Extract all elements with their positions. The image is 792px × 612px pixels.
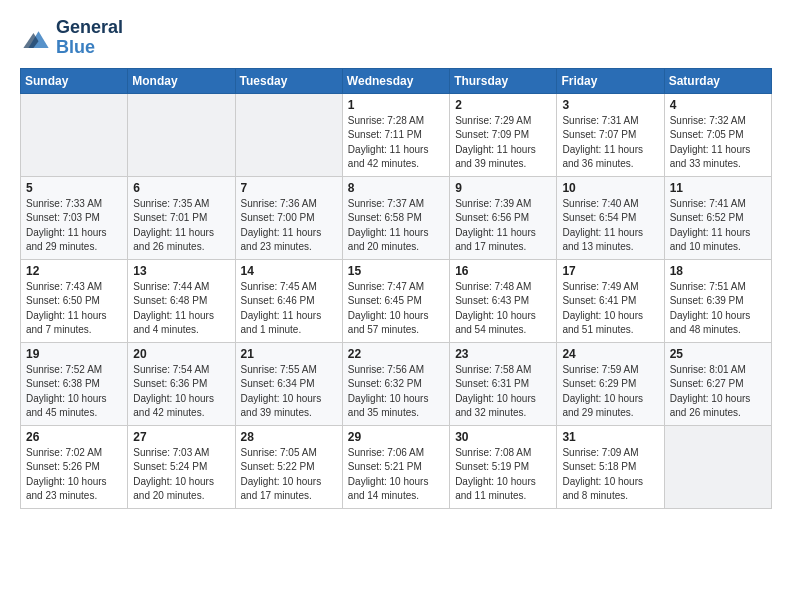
day-info: Sunrise: 7:35 AM Sunset: 7:01 PM Dayligh… xyxy=(133,197,230,255)
day-info: Sunrise: 8:01 AM Sunset: 6:27 PM Dayligh… xyxy=(670,363,767,421)
calendar-cell: 12Sunrise: 7:43 AM Sunset: 6:50 PM Dayli… xyxy=(21,259,128,342)
week-row-5: 26Sunrise: 7:02 AM Sunset: 5:26 PM Dayli… xyxy=(21,425,772,508)
day-number: 23 xyxy=(455,347,552,361)
calendar-cell: 9Sunrise: 7:39 AM Sunset: 6:56 PM Daylig… xyxy=(450,176,557,259)
day-number: 24 xyxy=(562,347,659,361)
day-number: 17 xyxy=(562,264,659,278)
calendar-cell: 15Sunrise: 7:47 AM Sunset: 6:45 PM Dayli… xyxy=(342,259,449,342)
day-info: Sunrise: 7:45 AM Sunset: 6:46 PM Dayligh… xyxy=(241,280,338,338)
day-info: Sunrise: 7:41 AM Sunset: 6:52 PM Dayligh… xyxy=(670,197,767,255)
calendar-cell: 26Sunrise: 7:02 AM Sunset: 5:26 PM Dayli… xyxy=(21,425,128,508)
calendar-cell: 4Sunrise: 7:32 AM Sunset: 7:05 PM Daylig… xyxy=(664,93,771,176)
weekday-tuesday: Tuesday xyxy=(235,68,342,93)
day-info: Sunrise: 7:40 AM Sunset: 6:54 PM Dayligh… xyxy=(562,197,659,255)
day-number: 29 xyxy=(348,430,445,444)
day-info: Sunrise: 7:49 AM Sunset: 6:41 PM Dayligh… xyxy=(562,280,659,338)
day-number: 3 xyxy=(562,98,659,112)
day-number: 1 xyxy=(348,98,445,112)
day-info: Sunrise: 7:09 AM Sunset: 5:18 PM Dayligh… xyxy=(562,446,659,504)
day-info: Sunrise: 7:48 AM Sunset: 6:43 PM Dayligh… xyxy=(455,280,552,338)
calendar-cell: 23Sunrise: 7:58 AM Sunset: 6:31 PM Dayli… xyxy=(450,342,557,425)
day-number: 19 xyxy=(26,347,123,361)
week-row-1: 1Sunrise: 7:28 AM Sunset: 7:11 PM Daylig… xyxy=(21,93,772,176)
calendar-cell: 22Sunrise: 7:56 AM Sunset: 6:32 PM Dayli… xyxy=(342,342,449,425)
calendar-cell: 27Sunrise: 7:03 AM Sunset: 5:24 PM Dayli… xyxy=(128,425,235,508)
day-info: Sunrise: 7:58 AM Sunset: 6:31 PM Dayligh… xyxy=(455,363,552,421)
calendar-cell: 30Sunrise: 7:08 AM Sunset: 5:19 PM Dayli… xyxy=(450,425,557,508)
logo-icon xyxy=(20,24,52,52)
calendar-cell xyxy=(21,93,128,176)
weekday-thursday: Thursday xyxy=(450,68,557,93)
calendar-cell: 5Sunrise: 7:33 AM Sunset: 7:03 PM Daylig… xyxy=(21,176,128,259)
day-number: 21 xyxy=(241,347,338,361)
day-number: 15 xyxy=(348,264,445,278)
day-info: Sunrise: 7:54 AM Sunset: 6:36 PM Dayligh… xyxy=(133,363,230,421)
day-info: Sunrise: 7:05 AM Sunset: 5:22 PM Dayligh… xyxy=(241,446,338,504)
day-number: 8 xyxy=(348,181,445,195)
day-number: 2 xyxy=(455,98,552,112)
day-number: 13 xyxy=(133,264,230,278)
day-number: 5 xyxy=(26,181,123,195)
day-info: Sunrise: 7:33 AM Sunset: 7:03 PM Dayligh… xyxy=(26,197,123,255)
day-number: 22 xyxy=(348,347,445,361)
day-info: Sunrise: 7:51 AM Sunset: 6:39 PM Dayligh… xyxy=(670,280,767,338)
day-info: Sunrise: 7:32 AM Sunset: 7:05 PM Dayligh… xyxy=(670,114,767,172)
calendar-cell: 28Sunrise: 7:05 AM Sunset: 5:22 PM Dayli… xyxy=(235,425,342,508)
day-number: 18 xyxy=(670,264,767,278)
calendar-cell: 17Sunrise: 7:49 AM Sunset: 6:41 PM Dayli… xyxy=(557,259,664,342)
day-info: Sunrise: 7:31 AM Sunset: 7:07 PM Dayligh… xyxy=(562,114,659,172)
calendar-cell: 3Sunrise: 7:31 AM Sunset: 7:07 PM Daylig… xyxy=(557,93,664,176)
weekday-wednesday: Wednesday xyxy=(342,68,449,93)
weekday-saturday: Saturday xyxy=(664,68,771,93)
day-number: 7 xyxy=(241,181,338,195)
calendar-cell xyxy=(128,93,235,176)
day-info: Sunrise: 7:02 AM Sunset: 5:26 PM Dayligh… xyxy=(26,446,123,504)
calendar-cell: 16Sunrise: 7:48 AM Sunset: 6:43 PM Dayli… xyxy=(450,259,557,342)
day-number: 6 xyxy=(133,181,230,195)
day-number: 30 xyxy=(455,430,552,444)
calendar-cell: 18Sunrise: 7:51 AM Sunset: 6:39 PM Dayli… xyxy=(664,259,771,342)
week-row-3: 12Sunrise: 7:43 AM Sunset: 6:50 PM Dayli… xyxy=(21,259,772,342)
calendar-cell: 6Sunrise: 7:35 AM Sunset: 7:01 PM Daylig… xyxy=(128,176,235,259)
calendar-table: SundayMondayTuesdayWednesdayThursdayFrid… xyxy=(20,68,772,509)
week-row-4: 19Sunrise: 7:52 AM Sunset: 6:38 PM Dayli… xyxy=(21,342,772,425)
day-info: Sunrise: 7:36 AM Sunset: 7:00 PM Dayligh… xyxy=(241,197,338,255)
calendar-cell: 25Sunrise: 8:01 AM Sunset: 6:27 PM Dayli… xyxy=(664,342,771,425)
day-info: Sunrise: 7:52 AM Sunset: 6:38 PM Dayligh… xyxy=(26,363,123,421)
day-info: Sunrise: 7:56 AM Sunset: 6:32 PM Dayligh… xyxy=(348,363,445,421)
logo: General Blue xyxy=(20,18,123,58)
week-row-2: 5Sunrise: 7:33 AM Sunset: 7:03 PM Daylig… xyxy=(21,176,772,259)
day-number: 16 xyxy=(455,264,552,278)
header: General Blue xyxy=(20,18,772,58)
calendar-cell: 13Sunrise: 7:44 AM Sunset: 6:48 PM Dayli… xyxy=(128,259,235,342)
day-number: 27 xyxy=(133,430,230,444)
day-info: Sunrise: 7:59 AM Sunset: 6:29 PM Dayligh… xyxy=(562,363,659,421)
day-number: 9 xyxy=(455,181,552,195)
weekday-header-row: SundayMondayTuesdayWednesdayThursdayFrid… xyxy=(21,68,772,93)
day-info: Sunrise: 7:37 AM Sunset: 6:58 PM Dayligh… xyxy=(348,197,445,255)
day-number: 10 xyxy=(562,181,659,195)
day-number: 4 xyxy=(670,98,767,112)
weekday-sunday: Sunday xyxy=(21,68,128,93)
day-info: Sunrise: 7:44 AM Sunset: 6:48 PM Dayligh… xyxy=(133,280,230,338)
calendar-cell: 2Sunrise: 7:29 AM Sunset: 7:09 PM Daylig… xyxy=(450,93,557,176)
day-info: Sunrise: 7:29 AM Sunset: 7:09 PM Dayligh… xyxy=(455,114,552,172)
calendar-cell: 14Sunrise: 7:45 AM Sunset: 6:46 PM Dayli… xyxy=(235,259,342,342)
day-info: Sunrise: 7:28 AM Sunset: 7:11 PM Dayligh… xyxy=(348,114,445,172)
calendar-cell: 8Sunrise: 7:37 AM Sunset: 6:58 PM Daylig… xyxy=(342,176,449,259)
calendar-cell: 10Sunrise: 7:40 AM Sunset: 6:54 PM Dayli… xyxy=(557,176,664,259)
calendar-cell: 29Sunrise: 7:06 AM Sunset: 5:21 PM Dayli… xyxy=(342,425,449,508)
calendar-cell: 31Sunrise: 7:09 AM Sunset: 5:18 PM Dayli… xyxy=(557,425,664,508)
day-info: Sunrise: 7:39 AM Sunset: 6:56 PM Dayligh… xyxy=(455,197,552,255)
day-number: 20 xyxy=(133,347,230,361)
calendar-cell: 1Sunrise: 7:28 AM Sunset: 7:11 PM Daylig… xyxy=(342,93,449,176)
day-number: 28 xyxy=(241,430,338,444)
calendar-cell: 24Sunrise: 7:59 AM Sunset: 6:29 PM Dayli… xyxy=(557,342,664,425)
calendar-cell: 7Sunrise: 7:36 AM Sunset: 7:00 PM Daylig… xyxy=(235,176,342,259)
day-info: Sunrise: 7:03 AM Sunset: 5:24 PM Dayligh… xyxy=(133,446,230,504)
day-number: 31 xyxy=(562,430,659,444)
day-info: Sunrise: 7:55 AM Sunset: 6:34 PM Dayligh… xyxy=(241,363,338,421)
calendar-cell: 11Sunrise: 7:41 AM Sunset: 6:52 PM Dayli… xyxy=(664,176,771,259)
calendar-cell: 21Sunrise: 7:55 AM Sunset: 6:34 PM Dayli… xyxy=(235,342,342,425)
day-info: Sunrise: 7:43 AM Sunset: 6:50 PM Dayligh… xyxy=(26,280,123,338)
